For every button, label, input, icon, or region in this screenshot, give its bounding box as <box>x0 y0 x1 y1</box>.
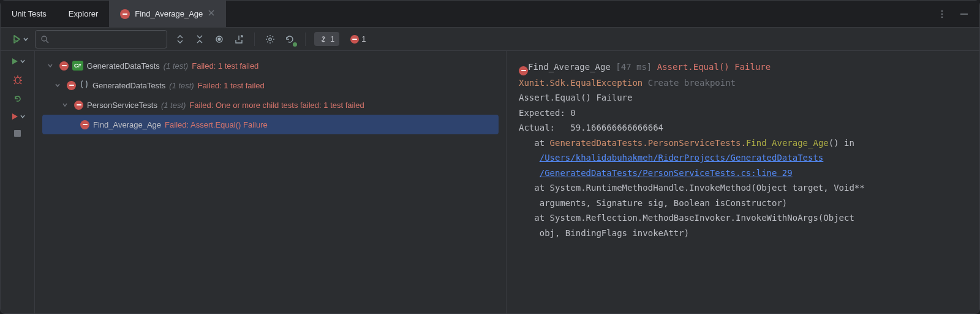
search-input[interactable] <box>35 30 167 48</box>
failed-count: 1 <box>361 34 366 44</box>
refresh-icon[interactable] <box>283 33 296 46</box>
tree-node-name: GeneratedDataTests <box>87 61 160 71</box>
tree-node-count: (1 test) <box>161 101 186 110</box>
linked-count: 1 <box>330 34 334 44</box>
gear-icon[interactable] <box>263 33 277 46</box>
show-passed-icon[interactable] <box>213 33 226 46</box>
source-link[interactable]: /Users/khalidabuhakmeh/RiderProjects/Gen… <box>540 153 824 163</box>
tab-unit-tests[interactable]: Unit Tests <box>1 1 58 27</box>
tree-namespace[interactable]: GeneratedDataTests (1 test) Failed: 1 te… <box>42 75 499 95</box>
details-time: [47 ms] <box>616 62 652 72</box>
tree-node-status: Failed: Assert.Equal() Failure <box>165 120 268 129</box>
export-icon[interactable] <box>232 33 246 46</box>
minimize-icon[interactable] <box>957 7 971 21</box>
failed-count-badge[interactable]: 1 <box>345 32 371 46</box>
expand-all-icon[interactable] <box>173 33 187 46</box>
create-breakpoint-link[interactable]: Create breakpoint <box>648 78 736 88</box>
namespace-icon <box>80 80 89 91</box>
tab-label: Explorer <box>69 9 98 18</box>
svg-point-7 <box>15 77 20 83</box>
fail-line: Assert.Equal() Failure <box>519 93 632 102</box>
separator <box>254 33 255 46</box>
chevron-down-icon <box>55 81 63 90</box>
test-details: Find_Average_Age [47 ms] Assert.Equal() … <box>507 51 979 313</box>
stop-button[interactable] <box>13 129 21 137</box>
stack-at: at <box>519 213 550 223</box>
tree-node-name: PersonServiceTests <box>87 101 157 110</box>
tabstrip: Unit Tests Explorer Find_Average_Age <box>1 1 979 28</box>
collapse-all-icon[interactable] <box>193 33 206 46</box>
svg-point-6 <box>269 37 271 40</box>
chevron-down-icon <box>62 101 70 110</box>
tree-node-count: (1 test) <box>169 81 194 90</box>
exception-type: Xunit.Sdk.EqualException <box>519 78 643 88</box>
tree-node-status: Failed: 1 test failed <box>198 81 265 90</box>
expected-value: 0 <box>570 108 575 118</box>
details-fail: Assert.Equal() Failure <box>657 62 771 72</box>
fail-icon <box>80 120 89 129</box>
stack-at: at <box>519 183 550 193</box>
details-name: Find_Average_Age <box>528 62 611 72</box>
fail-icon <box>67 81 76 90</box>
stack-frame-suffix: () in <box>829 138 860 148</box>
tree-node-name: GeneratedDataTests <box>92 81 165 90</box>
tab-explorer[interactable]: Explorer <box>58 1 109 27</box>
stack-frame: obj, BindingFlags invokeAttr) <box>519 228 689 238</box>
run-dropdown[interactable] <box>12 34 29 44</box>
actual-value: 59.166666666666664 <box>570 123 663 132</box>
unit-tests-tool-window: Unit Tests Explorer Find_Average_Age <box>0 0 980 314</box>
svg-point-2 <box>941 16 943 18</box>
left-gutter <box>1 51 35 313</box>
stack-frame: System.Reflection.MethodBaseInvoker.Invo… <box>550 213 854 223</box>
linked-count-badge[interactable]: 1 <box>314 32 339 46</box>
tree-class[interactable]: PersonServiceTests (1 test) Failed: One … <box>42 95 499 115</box>
csharp-badge: C# <box>72 61 83 71</box>
chevron-down-icon <box>23 36 29 42</box>
svg-point-5 <box>218 38 221 40</box>
svg-point-1 <box>941 13 943 15</box>
expected-label: Expected: <box>519 108 570 118</box>
body: C# GeneratedDataTests (1 test) Failed: 1… <box>1 51 979 313</box>
test-tree: C# GeneratedDataTests (1 test) Failed: 1… <box>35 51 507 313</box>
search-icon <box>40 35 49 44</box>
fail-icon <box>350 35 359 44</box>
source-link[interactable]: /GeneratedDataTests/PersonServiceTests.c… <box>540 168 793 178</box>
svg-point-0 <box>941 10 943 12</box>
toolbar: 1 1 <box>1 28 979 51</box>
fail-icon <box>120 9 130 19</box>
rerun-button[interactable] <box>13 94 23 104</box>
fail-icon <box>519 66 528 75</box>
close-icon[interactable] <box>208 9 215 18</box>
tree-test[interactable]: Find_Average_Age Failed: Assert.Equal() … <box>42 115 499 134</box>
run-icon <box>12 34 21 44</box>
fail-icon <box>74 101 83 110</box>
stack-frame-class: GeneratedDataTests.PersonServiceTests. <box>550 138 746 148</box>
tree-node-count: (1 test) <box>164 61 188 71</box>
stack-frame: System.RuntimeMethodHandle.InvokeMethod(… <box>550 183 865 193</box>
stack-frame-method: Find_Average_Age <box>746 138 829 148</box>
tab-label: Find_Average_Age <box>135 9 203 18</box>
tree-node-status: Failed: 1 test failed <box>192 61 258 71</box>
rerun-failed-button[interactable] <box>10 112 25 121</box>
svg-point-3 <box>42 36 47 41</box>
tree-root[interactable]: C# GeneratedDataTests (1 test) Failed: 1… <box>42 56 499 75</box>
stack-at: at <box>519 138 550 148</box>
tree-node-name: Find_Average_Age <box>93 120 161 129</box>
tab-label: Unit Tests <box>12 9 47 18</box>
search-field[interactable] <box>53 34 162 44</box>
svg-rect-8 <box>14 130 21 137</box>
more-icon[interactable] <box>935 7 949 21</box>
tab-find-average-age[interactable]: Find_Average_Age <box>109 1 226 27</box>
debug-button[interactable] <box>12 74 23 85</box>
chevron-down-icon <box>47 61 56 71</box>
actual-label: Actual: <box>519 123 570 132</box>
run-button[interactable] <box>10 57 25 66</box>
stack-frame: arguments, Signature sig, Boolean isCons… <box>519 198 787 208</box>
tree-node-status: Failed: One or more child tests failed: … <box>189 101 364 110</box>
fail-icon <box>59 61 69 71</box>
separator <box>305 33 306 46</box>
